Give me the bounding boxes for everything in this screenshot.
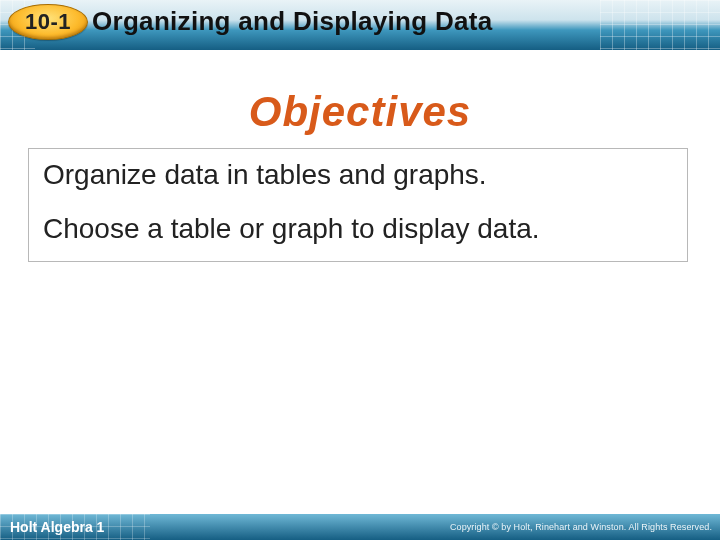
lesson-number: 10-1 xyxy=(25,9,71,35)
objective-item: Choose a table or graph to display data. xyxy=(43,211,673,247)
header-title: Organizing and Displaying Data xyxy=(92,6,493,37)
footer-bar: Holt Algebra 1 Copyright © by Holt, Rine… xyxy=(0,514,720,540)
objectives-heading: Objectives xyxy=(0,88,720,136)
lesson-badge: 10-1 xyxy=(8,4,88,40)
objective-item: Organize data in tables and graphs. xyxy=(43,157,673,193)
slide: 10-1 Organizing and Displaying Data Obje… xyxy=(0,0,720,540)
header-grid-right-decoration xyxy=(600,0,720,50)
objectives-box: Organize data in tables and graphs. Choo… xyxy=(28,148,688,262)
footer-copyright: Copyright © by Holt, Rinehart and Winsto… xyxy=(450,522,712,532)
header-bar: 10-1 Organizing and Displaying Data xyxy=(0,0,720,50)
footer-book-title: Holt Algebra 1 xyxy=(0,519,104,535)
